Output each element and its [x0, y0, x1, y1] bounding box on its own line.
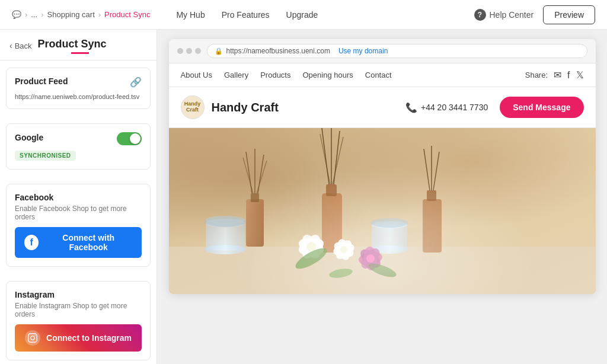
lock-icon: 🔒: [215, 47, 223, 55]
hero-overlay: [169, 128, 596, 294]
email-share-icon[interactable]: ✉: [554, 69, 561, 81]
business-logo: HandyCraft: [181, 95, 205, 119]
help-icon: ?: [474, 9, 486, 21]
link-icon[interactable]: 🔗: [130, 76, 142, 88]
phone-icon: 📞: [405, 102, 417, 113]
google-toggle[interactable]: [117, 132, 142, 145]
panel-title: Product Sync: [38, 38, 107, 50]
phone-section: 📞 +44 20 3441 7730 Send Message: [405, 97, 584, 118]
use-my-domain-link[interactable]: Use my domain: [338, 47, 388, 55]
back-arrow-icon: ‹: [9, 41, 12, 50]
panel-title-group: Product Sync: [38, 38, 107, 54]
google-title: Google: [15, 133, 43, 142]
main-nav: My Hub Pro Features Upgrade: [176, 10, 318, 20]
business-header: HandyCraft Handy Craft 📞 +44 20 3441 773…: [169, 87, 596, 128]
breadcrumb-dots: ...: [31, 10, 37, 19]
site-nav-about[interactable]: About Us: [181, 71, 212, 79]
share-label: Share:: [525, 71, 548, 79]
facebook-desc: Enable Facebook Shop to get more orders: [15, 205, 142, 221]
send-message-button[interactable]: Send Message: [500, 97, 583, 118]
breadcrumb-shopping-cart[interactable]: Shopping cart: [47, 10, 95, 19]
instagram-desc: Enable Instagram Shop to get more orders: [15, 302, 142, 318]
browser-bar: 🔒 https://nameofbusiness.ueni.com Use my…: [169, 39, 596, 63]
instagram-section: Instagram Enable Instagram Shop to get m…: [6, 281, 151, 360]
url-text: https://nameofbusiness.ueni.com: [226, 47, 330, 55]
hero-image: [169, 128, 596, 294]
business-name: Handy Craft: [212, 101, 279, 114]
connect-facebook-button[interactable]: f Connect with Facebook: [15, 227, 142, 258]
twitter-share-icon[interactable]: 𝕏: [576, 69, 584, 81]
dot-green: [195, 48, 201, 54]
site-navigation: About Us Gallery Products Opening hours …: [169, 63, 596, 87]
connect-instagram-label: Connect to Instagram: [46, 333, 132, 343]
google-row: Google: [15, 132, 142, 145]
site-nav-opening-hours[interactable]: Opening hours: [302, 71, 353, 79]
connect-instagram-button[interactable]: Connect to Instagram: [15, 324, 142, 352]
preview-button[interactable]: Preview: [543, 5, 595, 24]
sync-badge: SYNCHRONISED: [15, 151, 76, 161]
phone-text: +44 20 3441 7730: [421, 103, 488, 112]
nav-upgrade[interactable]: Upgrade: [286, 10, 318, 20]
back-button[interactable]: ‹ Back: [9, 41, 32, 50]
right-panel: 🔒 https://nameofbusiness.ueni.com Use my…: [157, 30, 607, 364]
share-section: Share: ✉ f 𝕏: [525, 69, 584, 81]
toggle-knob: [130, 133, 140, 144]
site-nav-products[interactable]: Products: [260, 71, 290, 79]
facebook-section: Facebook Enable Facebook Shop to get mor…: [6, 184, 151, 267]
left-panel: ‹ Back Product Sync Product Feed 🔗 https…: [0, 30, 157, 364]
instagram-icon: [25, 330, 40, 346]
url-bar: 🔒 https://nameofbusiness.ueni.com Use my…: [207, 44, 587, 58]
product-feed-title: Product Feed: [15, 76, 68, 86]
main-layout: ‹ Back Product Sync Product Feed 🔗 https…: [0, 30, 607, 364]
google-section: Google SYNCHRONISED: [6, 123, 151, 170]
facebook-share-icon[interactable]: f: [567, 70, 570, 81]
facebook-title: Facebook: [15, 193, 142, 202]
browser-dots: [177, 48, 201, 54]
connect-facebook-label: Connect with Facebook: [44, 233, 132, 252]
breadcrumb: 💬 › ... › Shopping cart › Product Sync: [12, 10, 150, 19]
site-nav-gallery[interactable]: Gallery: [224, 71, 248, 79]
instagram-title: Instagram: [15, 290, 142, 299]
product-feed-section: Product Feed 🔗 https://name.ueniweb.com/…: [6, 68, 151, 109]
nav-pro-features[interactable]: Pro Features: [222, 10, 270, 20]
site-nav-contact[interactable]: Contact: [365, 71, 392, 79]
nav-my-hub[interactable]: My Hub: [176, 10, 205, 20]
top-navigation: 💬 › ... › Shopping cart › Product Sync M…: [0, 0, 607, 30]
panel-header: ‹ Back Product Sync: [0, 30, 156, 60]
chat-icon: 💬: [12, 10, 21, 19]
phone-number: 📞 +44 20 3441 7730: [405, 102, 488, 113]
help-center-label: Help Center: [490, 10, 534, 20]
top-nav-right: ? Help Center Preview: [474, 5, 596, 24]
help-center-link[interactable]: ? Help Center: [474, 9, 534, 21]
feed-header: Product Feed 🔗: [15, 76, 142, 88]
browser-window: 🔒 https://nameofbusiness.ueni.com Use my…: [169, 39, 596, 294]
facebook-icon: f: [24, 235, 39, 250]
dot-red: [177, 48, 183, 54]
dot-yellow: [186, 48, 192, 54]
back-label: Back: [15, 41, 32, 50]
title-underline: [71, 52, 89, 54]
breadcrumb-current: Product Sync: [104, 10, 150, 19]
feed-url: https://name.ueniweb.com/product-feed.ts…: [15, 93, 142, 100]
